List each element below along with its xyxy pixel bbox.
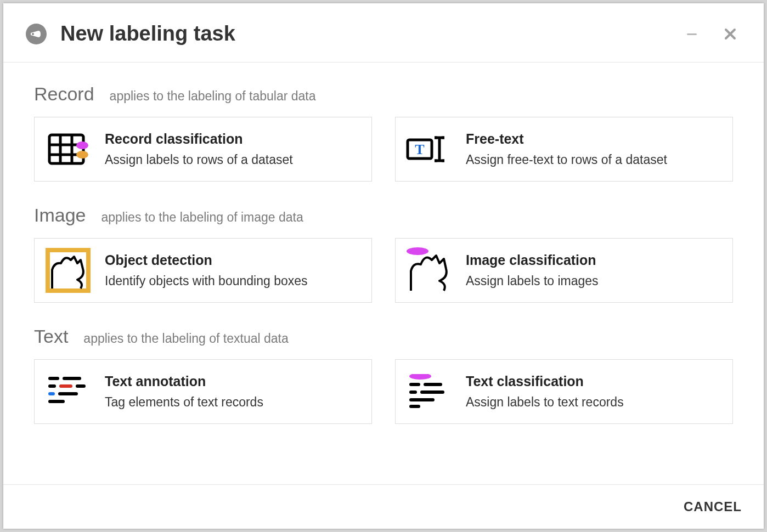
modal-footer: CANCEL xyxy=(3,484,764,529)
text-annotation-icon xyxy=(44,372,92,411)
svg-rect-29 xyxy=(409,390,417,394)
record-cards: Record classification Assign labels to r… xyxy=(34,117,733,182)
section-subtitle: applies to the labeling of textual data xyxy=(83,331,288,346)
card-title: Free-text xyxy=(466,131,720,147)
new-labeling-task-modal: New labeling task Record applies to the … xyxy=(3,3,764,529)
card-desc: Tag elements of text records xyxy=(105,395,359,410)
minimize-button[interactable] xyxy=(684,26,700,42)
free-text-icon: T xyxy=(405,129,453,169)
card-record-classification[interactable]: Record classification Assign labels to r… xyxy=(34,117,372,182)
svg-rect-20 xyxy=(48,384,56,388)
section-subtitle: applies to the labeling of tabular data xyxy=(110,89,316,104)
card-title: Text annotation xyxy=(105,373,359,389)
svg-rect-2 xyxy=(687,33,697,35)
svg-point-10 xyxy=(76,142,88,149)
section-title: Image xyxy=(34,205,86,226)
svg-rect-28 xyxy=(424,383,442,386)
card-image-classification[interactable]: Image classification Assign labels to im… xyxy=(395,238,733,303)
svg-rect-18 xyxy=(48,377,59,380)
svg-rect-5 xyxy=(49,135,83,163)
svg-point-17 xyxy=(407,247,428,255)
object-detection-icon xyxy=(44,251,92,290)
card-title: Text classification xyxy=(466,373,720,389)
text-cards: Text annotation Tag elements of text rec… xyxy=(34,359,733,424)
card-title: Record classification xyxy=(105,131,359,147)
card-text: Free-text Assign free-text to rows of a … xyxy=(466,131,720,167)
section-title: Text xyxy=(34,326,68,347)
svg-text:T: T xyxy=(415,142,424,157)
card-text-annotation[interactable]: Text annotation Tag elements of text rec… xyxy=(34,359,372,424)
text-classification-icon xyxy=(405,372,453,411)
card-text: Record classification Assign labels to r… xyxy=(105,131,359,167)
close-button[interactable] xyxy=(722,26,738,42)
modal-header: New labeling task xyxy=(3,3,764,63)
svg-point-11 xyxy=(76,151,88,159)
image-cards: Object detection Identify objects with b… xyxy=(34,238,733,303)
image-classification-icon xyxy=(405,251,453,290)
svg-rect-30 xyxy=(420,390,444,394)
svg-rect-27 xyxy=(409,383,420,386)
card-desc: Assign labels to text records xyxy=(466,395,720,410)
section-header-image: Image applies to the labeling of image d… xyxy=(34,205,733,226)
svg-point-26 xyxy=(409,374,431,380)
card-desc: Assign free-text to rows of a dataset xyxy=(466,152,720,167)
card-text: Text classification Assign labels to tex… xyxy=(466,373,720,410)
label-tag-icon xyxy=(25,23,47,45)
record-classification-icon xyxy=(44,129,92,169)
card-desc: Identify objects with bounding boxes xyxy=(105,274,359,288)
svg-rect-19 xyxy=(63,377,81,380)
modal-title: New labeling task xyxy=(60,22,684,46)
svg-rect-23 xyxy=(48,392,55,395)
card-text: Image classification Assign labels to im… xyxy=(466,252,720,288)
svg-rect-24 xyxy=(58,392,78,395)
svg-rect-22 xyxy=(76,384,86,388)
card-desc: Assign labels to rows of a dataset xyxy=(105,152,359,167)
card-text: Object detection Identify objects with b… xyxy=(105,252,359,288)
cancel-button[interactable]: CANCEL xyxy=(684,499,742,514)
modal-body: Record applies to the labeling of tabula… xyxy=(3,63,764,484)
header-controls xyxy=(684,26,738,42)
svg-rect-21 xyxy=(59,384,72,388)
card-text: Text annotation Tag elements of text rec… xyxy=(105,373,359,410)
svg-rect-25 xyxy=(48,400,65,403)
svg-rect-31 xyxy=(409,398,435,401)
section-subtitle: applies to the labeling of image data xyxy=(101,210,303,225)
svg-rect-32 xyxy=(409,405,420,408)
card-title: Image classification xyxy=(466,252,720,268)
card-text-classification[interactable]: Text classification Assign labels to tex… xyxy=(395,359,733,424)
section-header-text: Text applies to the labeling of textual … xyxy=(34,326,733,347)
card-desc: Assign labels to images xyxy=(466,274,720,288)
section-header-record: Record applies to the labeling of tabula… xyxy=(34,83,733,105)
card-free-text[interactable]: T Free-text Assign free-text to rows of … xyxy=(395,117,733,182)
svg-point-1 xyxy=(32,33,34,35)
card-title: Object detection xyxy=(105,252,359,268)
section-title: Record xyxy=(34,83,94,105)
card-object-detection[interactable]: Object detection Identify objects with b… xyxy=(34,238,372,303)
